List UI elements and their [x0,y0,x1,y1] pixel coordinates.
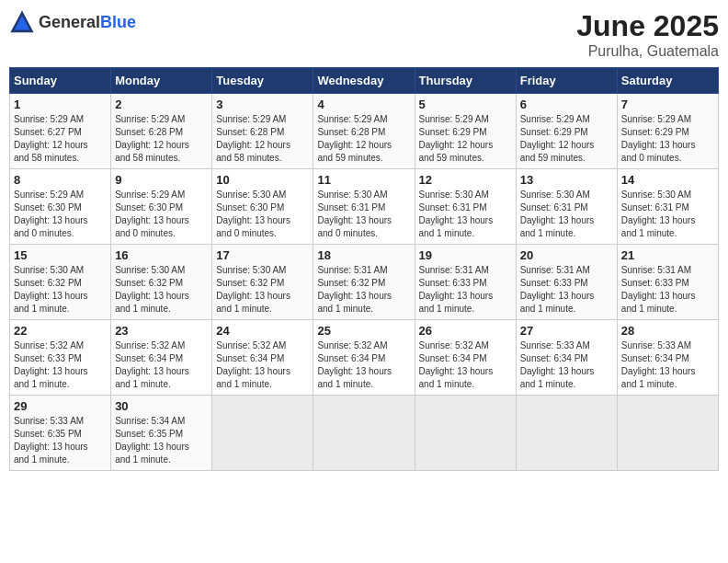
day-number: 25 [317,324,410,338]
day-info: Sunrise: 5:29 AM Sunset: 6:30 PM Dayligh… [115,189,208,240]
calendar-cell: 26Sunrise: 5:32 AM Sunset: 6:34 PM Dayli… [415,320,516,396]
day-info: Sunrise: 5:32 AM Sunset: 6:34 PM Dayligh… [115,339,208,391]
day-number: 20 [520,248,613,262]
logo-icon [9,9,35,35]
day-info: Sunrise: 5:29 AM Sunset: 6:28 PM Dayligh… [216,113,309,165]
day-number: 1 [14,98,107,111]
day-info: Sunrise: 5:31 AM Sunset: 6:33 PM Dayligh… [419,264,512,316]
day-info: Sunrise: 5:30 AM Sunset: 6:31 PM Dayligh… [317,189,410,240]
calendar-week-4: 22Sunrise: 5:32 AM Sunset: 6:33 PM Dayli… [10,320,719,396]
logo-blue: Blue [100,13,136,31]
day-info: Sunrise: 5:32 AM Sunset: 6:34 PM Dayligh… [419,339,512,391]
day-number: 26 [419,324,512,338]
day-info: Sunrise: 5:30 AM Sunset: 6:32 PM Dayligh… [115,264,208,316]
day-info: Sunrise: 5:32 AM Sunset: 6:34 PM Dayligh… [317,339,410,391]
day-number: 18 [317,248,410,262]
calendar-cell: 4Sunrise: 5:29 AM Sunset: 6:28 PM Daylig… [313,94,415,169]
day-info: Sunrise: 5:33 AM Sunset: 6:35 PM Dayligh… [14,415,107,466]
subtitle: Purulha, Guatemala [576,43,719,60]
day-info: Sunrise: 5:30 AM Sunset: 6:31 PM Dayligh… [520,189,613,240]
calendar-cell: 14Sunrise: 5:30 AM Sunset: 6:31 PM Dayli… [617,169,718,245]
day-number: 15 [14,248,107,262]
calendar-cell: 19Sunrise: 5:31 AM Sunset: 6:33 PM Dayli… [415,245,516,320]
day-number: 27 [520,324,613,338]
day-info: Sunrise: 5:33 AM Sunset: 6:34 PM Dayligh… [520,339,613,391]
calendar-cell: 22Sunrise: 5:32 AM Sunset: 6:33 PM Dayli… [10,320,111,396]
day-number: 24 [216,324,309,338]
day-info: Sunrise: 5:30 AM Sunset: 6:31 PM Dayligh… [621,189,714,240]
calendar-cell: 25Sunrise: 5:32 AM Sunset: 6:34 PM Dayli… [313,320,415,396]
calendar-header-friday: Friday [516,68,617,94]
calendar-header-sunday: Sunday [10,68,111,94]
calendar-cell: 10Sunrise: 5:30 AM Sunset: 6:30 PM Dayli… [212,169,313,245]
day-number: 23 [115,324,208,338]
calendar-header-tuesday: Tuesday [212,68,313,94]
calendar-cell: 11Sunrise: 5:30 AM Sunset: 6:31 PM Dayli… [313,169,415,245]
calendar-cell: 29Sunrise: 5:33 AM Sunset: 6:35 PM Dayli… [10,396,111,471]
calendar-header-monday: Monday [111,68,212,94]
day-number: 11 [317,173,410,187]
day-info: Sunrise: 5:30 AM Sunset: 6:32 PM Dayligh… [216,264,309,316]
calendar-week-5: 29Sunrise: 5:33 AM Sunset: 6:35 PM Dayli… [10,396,719,471]
day-number: 22 [14,324,107,338]
day-number: 21 [621,248,714,262]
calendar: SundayMondayTuesdayWednesdayThursdayFrid… [9,67,719,471]
calendar-cell: 8Sunrise: 5:29 AM Sunset: 6:30 PM Daylig… [10,169,111,245]
calendar-cell: 1Sunrise: 5:29 AM Sunset: 6:27 PM Daylig… [10,94,111,169]
day-number: 10 [216,173,309,187]
calendar-cell: 2Sunrise: 5:29 AM Sunset: 6:28 PM Daylig… [111,94,212,169]
calendar-cell: 15Sunrise: 5:30 AM Sunset: 6:32 PM Dayli… [10,245,111,320]
calendar-cell: 5Sunrise: 5:29 AM Sunset: 6:29 PM Daylig… [415,94,516,169]
calendar-cell: 30Sunrise: 5:34 AM Sunset: 6:35 PM Dayli… [111,396,212,471]
calendar-cell: 27Sunrise: 5:33 AM Sunset: 6:34 PM Dayli… [516,320,617,396]
day-info: Sunrise: 5:32 AM Sunset: 6:34 PM Dayligh… [216,339,309,391]
calendar-cell: 24Sunrise: 5:32 AM Sunset: 6:34 PM Dayli… [212,320,313,396]
day-number: 7 [621,98,714,111]
day-info: Sunrise: 5:29 AM Sunset: 6:28 PM Dayligh… [115,113,208,165]
day-number: 30 [115,399,208,413]
day-info: Sunrise: 5:32 AM Sunset: 6:33 PM Dayligh… [14,339,107,391]
day-number: 3 [216,98,309,111]
day-number: 2 [115,98,208,111]
calendar-cell: 12Sunrise: 5:30 AM Sunset: 6:31 PM Dayli… [415,169,516,245]
day-info: Sunrise: 5:29 AM Sunset: 6:27 PM Dayligh… [14,113,107,165]
logo-general: General [39,13,100,31]
calendar-cell [617,396,718,471]
calendar-cell [212,396,313,471]
calendar-cell: 16Sunrise: 5:30 AM Sunset: 6:32 PM Dayli… [111,245,212,320]
day-info: Sunrise: 5:29 AM Sunset: 6:29 PM Dayligh… [621,113,714,165]
calendar-header-saturday: Saturday [617,68,718,94]
calendar-cell: 20Sunrise: 5:31 AM Sunset: 6:33 PM Dayli… [516,245,617,320]
title-area: June 2025 Purulha, Guatemala [576,9,719,60]
day-info: Sunrise: 5:29 AM Sunset: 6:29 PM Dayligh… [419,113,512,165]
calendar-cell: 7Sunrise: 5:29 AM Sunset: 6:29 PM Daylig… [617,94,718,169]
calendar-week-2: 8Sunrise: 5:29 AM Sunset: 6:30 PM Daylig… [10,169,719,245]
calendar-cell: 17Sunrise: 5:30 AM Sunset: 6:32 PM Dayli… [212,245,313,320]
calendar-cell: 3Sunrise: 5:29 AM Sunset: 6:28 PM Daylig… [212,94,313,169]
calendar-cell: 9Sunrise: 5:29 AM Sunset: 6:30 PM Daylig… [111,169,212,245]
day-number: 29 [14,399,107,413]
day-number: 19 [419,248,512,262]
day-info: Sunrise: 5:29 AM Sunset: 6:29 PM Dayligh… [520,113,613,165]
day-info: Sunrise: 5:31 AM Sunset: 6:33 PM Dayligh… [621,264,714,316]
day-number: 13 [520,173,613,187]
calendar-week-1: 1Sunrise: 5:29 AM Sunset: 6:27 PM Daylig… [10,94,719,169]
day-number: 8 [14,173,107,187]
main-title: June 2025 [576,9,719,43]
calendar-week-3: 15Sunrise: 5:30 AM Sunset: 6:32 PM Dayli… [10,245,719,320]
calendar-cell: 28Sunrise: 5:33 AM Sunset: 6:34 PM Dayli… [617,320,718,396]
header: GeneralBlue June 2025 Purulha, Guatemala [9,9,719,60]
day-info: Sunrise: 5:30 AM Sunset: 6:31 PM Dayligh… [419,189,512,240]
calendar-cell: 23Sunrise: 5:32 AM Sunset: 6:34 PM Dayli… [111,320,212,396]
day-info: Sunrise: 5:31 AM Sunset: 6:33 PM Dayligh… [520,264,613,316]
day-number: 14 [621,173,714,187]
day-info: Sunrise: 5:34 AM Sunset: 6:35 PM Dayligh… [115,415,208,466]
day-number: 17 [216,248,309,262]
day-number: 16 [115,248,208,262]
day-info: Sunrise: 5:33 AM Sunset: 6:34 PM Dayligh… [621,339,714,391]
calendar-cell: 6Sunrise: 5:29 AM Sunset: 6:29 PM Daylig… [516,94,617,169]
calendar-header-wednesday: Wednesday [313,68,415,94]
day-info: Sunrise: 5:31 AM Sunset: 6:32 PM Dayligh… [317,264,410,316]
calendar-cell: 21Sunrise: 5:31 AM Sunset: 6:33 PM Dayli… [617,245,718,320]
day-number: 28 [621,324,714,338]
